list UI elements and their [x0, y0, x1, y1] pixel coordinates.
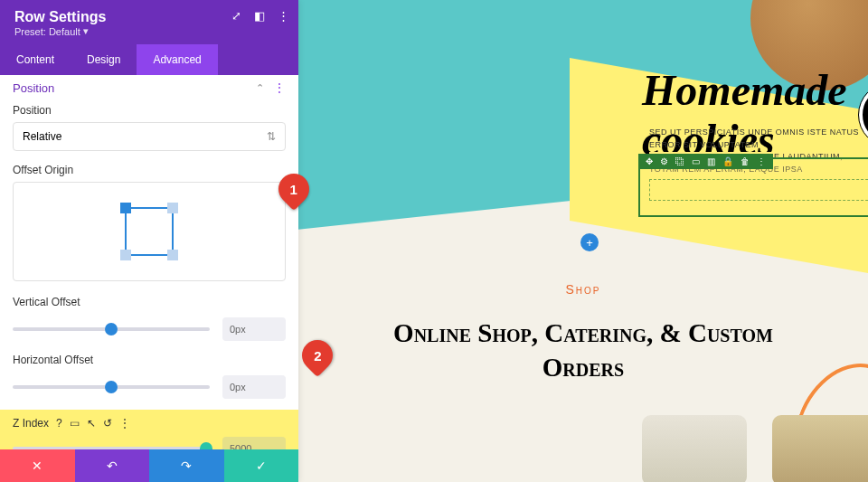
hover-icon[interactable]: ↖ [87, 417, 96, 430]
selected-row[interactable]: ✥ ⚙ ⿻ ▭ ▥ 🔒 🗑 ⋮ + [638, 157, 868, 217]
annotation-pin-2: 2 [302, 340, 333, 371]
chevron-up-icon: ⌃ [256, 82, 264, 94]
responsive-icon[interactable]: ▭ [70, 417, 80, 430]
position-label: Position [0, 100, 298, 122]
column-placeholder[interactable] [649, 179, 868, 201]
expand-icon[interactable]: ⤢ [231, 9, 241, 23]
annotation-pin-1: 1 [278, 174, 309, 204]
horizontal-offset-input[interactable]: 0px [222, 375, 286, 399]
svg-rect-2 [167, 203, 178, 213]
panel-body: Position ⌃ ⋮ Position Relative ⇅ Offset … [0, 75, 298, 449]
snap-icon[interactable]: ◧ [254, 9, 265, 23]
vertical-offset-slider[interactable] [13, 327, 210, 331]
zindex-input[interactable]: 5000 [222, 437, 286, 449]
vertical-offset-label: Vertical Offset [0, 292, 298, 314]
svg-rect-4 [167, 250, 178, 260]
offset-origin-picker[interactable] [13, 182, 286, 281]
redo-button[interactable]: ↷ [149, 449, 224, 482]
row-action-toolbar: ✥ ⚙ ⿻ ▭ ▥ 🔒 🗑 ⋮ [638, 154, 773, 169]
horizontal-offset-label: Horizontal Offset [0, 350, 298, 372]
save-button[interactable]: ✓ [224, 449, 299, 482]
preset-dropdown[interactable]: Preset: Default ▾ [14, 25, 284, 37]
section-position-header[interactable]: Position ⌃ ⋮ [0, 75, 298, 100]
more-icon[interactable]: ⋮ [278, 9, 289, 23]
save-icon[interactable]: ▭ [692, 156, 700, 166]
position-select[interactable]: Relative ⇅ [13, 122, 286, 151]
add-section-button[interactable]: + [580, 233, 599, 251]
tabs: Content Design Advanced [0, 44, 298, 75]
settings-panel: Row Settings Preset: Default ▾ ⤢ ◧ ⋮ Con… [0, 0, 298, 482]
svg-rect-0 [126, 208, 173, 255]
preview-canvas: Homemade cookies Sed ut perspiciatis und… [298, 0, 868, 482]
horizontal-offset-slider[interactable] [13, 385, 210, 389]
lock-icon[interactable]: 🔒 [722, 156, 733, 166]
svg-rect-3 [120, 250, 131, 260]
tab-advanced[interactable]: Advanced [137, 44, 217, 75]
zindex-slider[interactable] [13, 447, 210, 449]
zindex-label: Z Index [13, 417, 49, 430]
section-options-icon[interactable]: ⋮ [273, 80, 286, 95]
select-arrows-icon: ⇅ [267, 130, 276, 143]
svg-rect-1 [120, 203, 131, 213]
vertical-offset-input[interactable]: 0px [222, 317, 286, 341]
shop-heading: Online Shop, Catering, & Custom Orders [298, 317, 868, 384]
delete-icon[interactable]: 🗑 [741, 156, 750, 166]
duplicate-icon[interactable]: ⿻ [675, 156, 684, 166]
cancel-button[interactable]: ✕ [0, 449, 75, 482]
zindex-section: Z Index ? ▭ ↖ ↺ ⋮ 5000 [0, 410, 298, 449]
settings-icon[interactable]: ⚙ [660, 156, 668, 166]
reset-icon[interactable]: ↺ [103, 417, 112, 430]
origin-label: Offset Origin [0, 160, 298, 182]
zindex-options-icon[interactable]: ⋮ [119, 417, 130, 430]
tab-content[interactable]: Content [0, 44, 71, 75]
panel-header: Row Settings Preset: Default ▾ ⤢ ◧ ⋮ [0, 0, 298, 44]
move-icon[interactable]: ✥ [646, 156, 653, 166]
product-thumbs: ⋯ [642, 415, 868, 482]
more-icon[interactable]: ⋮ [757, 156, 766, 166]
product-thumb[interactable] [642, 415, 747, 482]
columns-icon[interactable]: ▥ [707, 156, 715, 166]
undo-button[interactable]: ↶ [75, 449, 150, 482]
help-icon[interactable]: ? [56, 417, 62, 430]
product-thumb[interactable] [772, 415, 868, 482]
shop-eyebrow: Shop [298, 282, 868, 297]
tab-design[interactable]: Design [71, 44, 137, 75]
chevron-down-icon: ▾ [83, 25, 89, 37]
